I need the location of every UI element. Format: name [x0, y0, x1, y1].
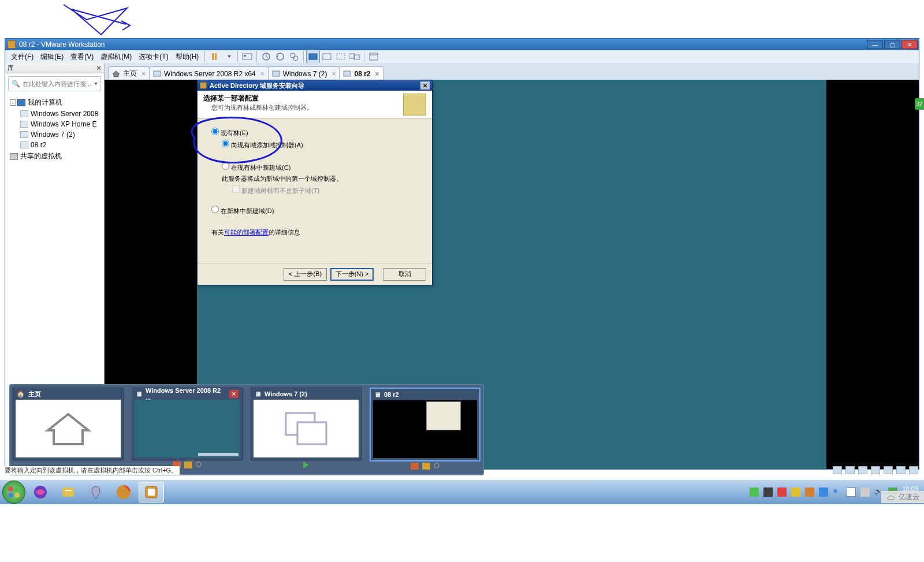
close-button[interactable]: ✕ [901, 40, 918, 49]
radio-existing-forest[interactable]: 现有林(E) [211, 128, 418, 137]
wizard-header-image [403, 94, 426, 116]
tree-node-my-computer[interactable]: − 我的计算机 [6, 96, 103, 109]
tray-bluetooth-icon[interactable]: ✱ [833, 487, 842, 497]
tray-icon[interactable] [777, 487, 787, 497]
menu-tabs[interactable]: 选项卡(T) [135, 51, 172, 63]
stop-icon[interactable] [411, 463, 419, 470]
svg-point-21 [14, 493, 20, 498]
power-dropdown[interactable] [221, 50, 235, 64]
device-network-icon[interactable] [858, 466, 867, 474]
thumb-close-button[interactable]: ✕ [229, 390, 239, 398]
refresh-icon[interactable] [196, 461, 202, 467]
menu-edit[interactable]: 编辑(E) [37, 51, 67, 63]
fullscreen-button[interactable] [306, 50, 320, 64]
refresh-icon[interactable] [434, 463, 439, 468]
device-hdd-icon[interactable] [833, 466, 842, 474]
tree-node-vm[interactable]: Windows Server 2008 [6, 109, 103, 119]
tray-icon[interactable] [763, 487, 773, 497]
thumbnail-vm[interactable]: 🖥Windows 7 (2) [251, 388, 362, 460]
taskbar-item[interactable] [28, 482, 53, 503]
menu-view[interactable]: 查看(V) [67, 51, 97, 63]
wizard-cancel-button[interactable]: 取消 [383, 268, 426, 281]
taskbar-item[interactable] [55, 482, 81, 503]
tree-node-vm[interactable]: Windows 7 (2) [6, 129, 103, 140]
wizard-note: 此服务器将成为新域中的第一个域控制器。 [222, 174, 418, 183]
home-icon-large [42, 408, 94, 449]
pause-icon[interactable] [422, 463, 430, 470]
wizard-close-button[interactable]: ✕ [420, 81, 430, 90]
library-tree: − 我的计算机 Windows Server 2008 Windows XP H… [5, 94, 104, 165]
device-printer-icon[interactable] [896, 466, 906, 474]
tray-icon[interactable] [750, 487, 759, 497]
expand-icon[interactable]: − [10, 99, 16, 106]
thumbnail-vm-active[interactable]: 🖥08 r2 [370, 388, 480, 461]
tray-icon[interactable] [819, 487, 828, 497]
library-search-input[interactable] [23, 80, 92, 87]
device-sound-icon[interactable] [884, 466, 893, 474]
svg-rect-11 [370, 53, 378, 60]
wizard-next-button[interactable]: 下一步(N) > [330, 268, 374, 281]
snapshot-manager-button[interactable] [287, 50, 301, 64]
tab-home[interactable]: 主页 × [108, 66, 150, 80]
wizard-back-button[interactable]: < 上一步(B) [284, 268, 327, 281]
radio-new-domain-in-forest[interactable]: 在现有林中新建域(C) [222, 162, 418, 172]
tab-label: 主页 [123, 69, 137, 79]
taskbar-item-vmware[interactable] [139, 482, 164, 503]
side-tab[interactable]: 32 [915, 98, 924, 110]
tree-node-shared[interactable]: 共享的虚拟机 [6, 150, 103, 162]
svg-point-5 [293, 56, 298, 61]
tab-vm[interactable]: Windows 7 (2) × [268, 66, 340, 80]
revert-snapshot-button[interactable] [273, 50, 287, 64]
tab-close-button[interactable]: × [260, 70, 264, 78]
tree-node-vm[interactable]: Windows XP Home E [6, 119, 103, 129]
tab-label: Windows 7 (2) [283, 70, 327, 78]
device-display-icon[interactable] [909, 466, 918, 474]
vmware-statusbar [833, 466, 918, 474]
radio-new-forest[interactable]: 在新林中新建域(D) [211, 206, 418, 215]
tray-network-icon[interactable] [860, 487, 870, 497]
wizard-buttons: < 上一步(B) 下一步(N) > 取消 [198, 263, 432, 285]
radio-add-dc[interactable]: 向现有域添加域控制器(A) [222, 140, 418, 150]
search-dropdown-icon[interactable] [94, 83, 98, 85]
library-header-label: 库 [8, 64, 14, 72]
wizard-titlebar: Active Directory 域服务安装向导 ✕ [198, 80, 432, 91]
tab-close-button[interactable]: × [141, 70, 146, 78]
send-ctrl-alt-del-button[interactable] [240, 50, 254, 64]
wizard-header-title: 选择某一部署配置 [203, 94, 403, 103]
snapshot-button[interactable] [259, 50, 273, 64]
play-icon[interactable] [303, 461, 309, 468]
pause-button[interactable] [207, 50, 221, 64]
tab-vm[interactable]: Windows Server 2008 R2 x64 × [149, 66, 269, 80]
tab-close-button[interactable]: × [375, 70, 379, 78]
menu-help[interactable]: 帮助(H) [172, 51, 203, 63]
menu-file[interactable]: 文件(F) [8, 51, 37, 63]
maximize-button[interactable]: ▢ [884, 40, 900, 49]
tray-icon[interactable] [791, 487, 800, 497]
tab-vm-active[interactable]: 08 r2 × [339, 66, 383, 80]
home-icon [112, 70, 120, 77]
tray-action-center-icon[interactable] [847, 487, 856, 497]
device-cd-icon[interactable] [845, 466, 855, 474]
taskbar-item[interactable] [111, 482, 136, 503]
unity-button[interactable] [320, 50, 334, 64]
start-button[interactable] [2, 481, 25, 504]
taskbar-item[interactable] [83, 482, 109, 503]
svg-rect-7 [323, 54, 331, 59]
stretch-button[interactable] [334, 50, 348, 64]
wizard-more-info-link[interactable]: 可能的部署配置 [224, 229, 269, 236]
pause-icon[interactable] [184, 461, 192, 468]
library-search[interactable]: 🔍 [8, 76, 101, 91]
multimon-button[interactable] [348, 50, 362, 64]
device-usb-icon[interactable] [871, 466, 880, 474]
menu-vm[interactable]: 虚拟机(M) [97, 51, 135, 63]
tree-node-vm[interactable]: 08 r2 [6, 140, 103, 150]
thumbnail-home[interactable]: 🏠主页 [13, 388, 124, 460]
tray-icon[interactable] [805, 487, 814, 497]
library-button[interactable] [367, 50, 381, 64]
library-close-button[interactable]: ✕ [96, 64, 102, 72]
titlebar: 08 r2 - VMware Workstation — ▢ ✕ [5, 39, 919, 50]
thumbnail-vm[interactable]: 🖥Windows Server 2008 R2 ...✕ [132, 388, 243, 460]
minimize-button[interactable]: — [867, 40, 883, 49]
tab-close-button[interactable]: × [331, 70, 336, 78]
vm-icon [20, 131, 28, 138]
